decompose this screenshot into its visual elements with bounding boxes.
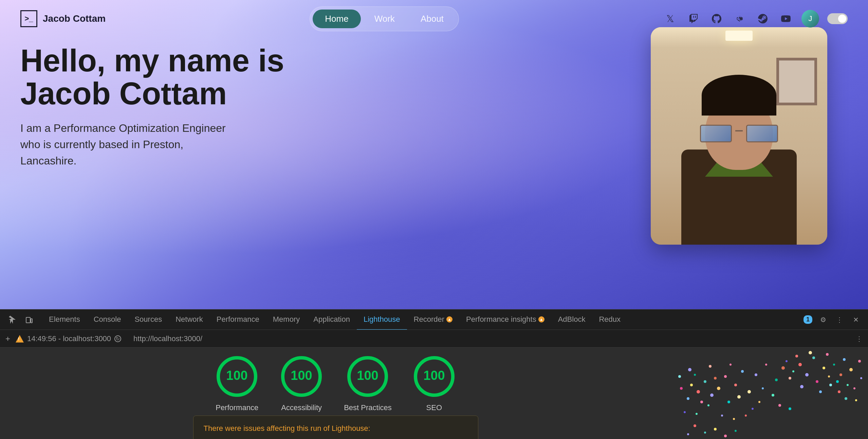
- tab-adblock[interactable]: AdBlock: [551, 310, 592, 330]
- tab-memory[interactable]: Memory: [266, 310, 307, 330]
- best-practices-label: Best Practices: [344, 403, 392, 412]
- github-icon[interactable]: [709, 11, 724, 26]
- svg-point-60: [819, 390, 822, 393]
- score-item-performance: 100 Performance: [215, 354, 259, 412]
- svg-point-38: [798, 363, 802, 366]
- tab-performance-insights[interactable]: Performance insights ▲: [459, 310, 551, 330]
- svg-point-18: [700, 401, 703, 403]
- svg-point-28: [721, 415, 723, 417]
- devtools-toolbar-left: [7, 314, 35, 326]
- lighthouse-content: 100 Performance 100 Accessibility: [0, 348, 868, 439]
- refresh-icon[interactable]: ↻: [114, 335, 121, 342]
- svg-point-67: [775, 379, 778, 381]
- seo-label: SEO: [426, 403, 442, 412]
- url-bar-more-icon[interactable]: ⋮: [856, 335, 863, 343]
- accessibility-score-circle: 100: [279, 354, 324, 399]
- nav-logo: >_ Jacob Cottam: [20, 10, 106, 27]
- logo-text: Jacob Cottam: [43, 13, 106, 24]
- svg-point-64: [855, 399, 857, 401]
- devtools-badge: 1: [804, 315, 812, 324]
- svg-point-24: [724, 375, 727, 378]
- svg-point-36: [741, 370, 744, 373]
- svg-point-35: [688, 368, 691, 371]
- svg-point-56: [829, 384, 832, 386]
- svg-point-16: [690, 384, 693, 386]
- steam-icon[interactable]: [755, 11, 770, 26]
- svg-point-53: [795, 355, 798, 357]
- svg-point-70: [772, 394, 774, 397]
- tab-elements[interactable]: Elements: [42, 310, 87, 330]
- svg-point-80: [687, 433, 689, 435]
- dark-mode-toggle[interactable]: [827, 13, 848, 24]
- hero-content: Hello, my name is Jacob Cottam I am a Pe…: [20, 44, 292, 169]
- tab-console[interactable]: Console: [87, 310, 128, 330]
- svg-point-79: [714, 428, 717, 431]
- tab-sources[interactable]: Sources: [128, 310, 169, 330]
- tab-network[interactable]: Network: [169, 310, 210, 330]
- warning-message: There may be stored data affecting loadi…: [204, 438, 468, 439]
- accessibility-label: Accessibility: [281, 403, 322, 412]
- svg-point-29: [734, 384, 737, 386]
- inspect-element-icon[interactable]: [7, 314, 19, 326]
- website-preview: >_ Jacob Cottam Home Work About 𝕏: [0, 0, 868, 309]
- svg-point-20: [714, 377, 717, 380]
- svg-point-39: [812, 356, 815, 359]
- nav-right: 𝕏 J: [663, 10, 848, 28]
- svg-text:100: 100: [357, 368, 378, 383]
- nav-avatar[interactable]: J: [801, 10, 819, 28]
- svg-point-45: [843, 358, 846, 361]
- svg-point-58: [853, 387, 855, 389]
- devtools-more-icon[interactable]: ⋮: [834, 314, 845, 325]
- svg-point-27: [680, 387, 683, 390]
- tab-lighthouse[interactable]: Lighthouse: [357, 310, 407, 330]
- youtube-icon[interactable]: [778, 11, 793, 26]
- svg-point-44: [839, 373, 842, 376]
- svg-point-30: [696, 413, 698, 415]
- hero-title: Hello, my name is Jacob Cottam: [20, 44, 292, 110]
- twitter-icon[interactable]: 𝕏: [663, 11, 678, 26]
- device-toolbar-icon[interactable]: [23, 314, 35, 326]
- new-tab-icon[interactable]: +: [5, 334, 10, 344]
- devtools-settings-icon[interactable]: ⚙: [818, 314, 829, 325]
- website-nav: >_ Jacob Cottam Home Work About 𝕏: [0, 0, 868, 37]
- svg-point-22: [707, 404, 709, 406]
- codepen-icon[interactable]: [732, 11, 747, 26]
- performance-score-circle: 100: [215, 354, 259, 399]
- svg-point-76: [747, 390, 751, 393]
- nav-item-about[interactable]: About: [408, 10, 456, 28]
- svg-text:100: 100: [291, 368, 312, 383]
- scatter-confetti-area: [671, 348, 868, 439]
- svg-point-66: [765, 364, 767, 366]
- recorder-warning-icon: ▲: [446, 316, 453, 322]
- warning-triangle-icon: !: [16, 335, 24, 343]
- nav-item-work[interactable]: Work: [362, 10, 407, 28]
- tab-performance[interactable]: Performance: [210, 310, 266, 330]
- svg-point-51: [816, 380, 818, 383]
- performance-insights-warning-icon: ▲: [538, 316, 544, 322]
- score-item-seo: 100 SEO: [412, 354, 456, 412]
- svg-point-26: [727, 401, 730, 403]
- tab-redux[interactable]: Redux: [592, 310, 627, 330]
- svg-point-46: [792, 370, 794, 372]
- svg-point-72: [778, 404, 781, 407]
- svg-point-25: [684, 411, 686, 413]
- svg-point-34: [730, 364, 732, 366]
- devtools-toolbar: Elements Console Sources Network Perform…: [0, 310, 868, 330]
- svg-point-55: [809, 351, 812, 354]
- lighthouse-warning-box: There were issues affecting this run of …: [193, 416, 478, 439]
- svg-point-33: [709, 365, 712, 368]
- nav-item-home[interactable]: Home: [313, 10, 361, 28]
- svg-point-21: [687, 397, 689, 400]
- timestamp-label: 14:49:56 - localhost:3000: [27, 334, 111, 343]
- twitch-icon[interactable]: [686, 11, 701, 26]
- svg-point-73: [752, 408, 754, 410]
- tab-application[interactable]: Application: [307, 310, 357, 330]
- devtools-panel: Elements Console Sources Network Perform…: [0, 309, 868, 439]
- score-circles-container: 100 Performance 100 Accessibility: [215, 354, 456, 412]
- nav-center: Home Work About: [310, 6, 459, 31]
- svg-point-62: [838, 390, 841, 393]
- devtools-close-icon[interactable]: ✕: [850, 314, 861, 325]
- performance-label: Performance: [216, 403, 258, 412]
- tab-recorder[interactable]: Recorder ▲: [407, 310, 459, 330]
- svg-point-68: [781, 366, 785, 370]
